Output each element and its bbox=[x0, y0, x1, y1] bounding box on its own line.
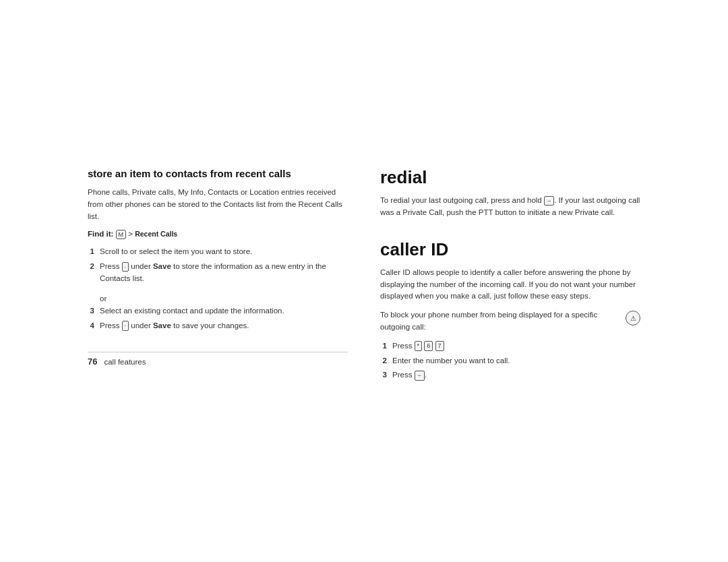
step-text: Enter the number you want to call. bbox=[392, 355, 640, 367]
step-text: Press −. bbox=[392, 369, 640, 381]
caller-id-title: caller ID bbox=[380, 239, 640, 260]
or-text: or bbox=[100, 294, 348, 303]
store-step-4: 4 Press · under Save to save your change… bbox=[88, 320, 348, 332]
store-step-1: 1 Scroll to or select the item you want … bbox=[88, 246, 348, 258]
step-text: Press · under Save to store the informat… bbox=[100, 261, 348, 285]
caller-id-steps: 1 Press * 6 7 2 Enter the number you wan… bbox=[380, 340, 640, 381]
footer-label: call features bbox=[104, 358, 146, 366]
find-it-label: Find it: bbox=[88, 230, 113, 238]
store-step-3: 3 Select an existing contact and update … bbox=[88, 305, 348, 317]
page-number: 76 bbox=[88, 356, 97, 367]
step-number: 3 bbox=[380, 369, 387, 381]
store-step-2: 2 Press · under Save to store the inform… bbox=[88, 261, 348, 285]
menu-key-icon: M bbox=[116, 230, 127, 240]
redial-title: redial bbox=[380, 167, 640, 188]
caller-id-step-2: 2 Enter the number you want to call. bbox=[380, 355, 640, 367]
step-number: 1 bbox=[380, 340, 387, 352]
caller-id-body: Caller ID allows people to identify a ca… bbox=[380, 267, 640, 303]
left-column: store an item to contacts from recent ca… bbox=[88, 167, 348, 367]
step-number: 2 bbox=[88, 261, 94, 285]
six-key-icon: 6 bbox=[424, 341, 433, 351]
caller-id-section: caller ID Caller ID allows people to ide… bbox=[380, 239, 640, 382]
block-intro-text: To block your phone number from being di… bbox=[380, 309, 621, 334]
soft-key-icon: · bbox=[122, 321, 129, 331]
caller-id-step-3: 3 Press −. bbox=[380, 369, 640, 381]
find-it-menu: Recent Calls bbox=[135, 230, 177, 238]
store-contacts-body: Phone calls, Private calls, My Info, Con… bbox=[88, 187, 348, 222]
store-steps-list-2: 3 Select an existing contact and update … bbox=[88, 305, 348, 332]
step-number: 1 bbox=[88, 246, 94, 258]
step-text: Press · under Save to save your changes. bbox=[100, 320, 348, 332]
send-key-icon: − bbox=[544, 196, 554, 206]
caller-id-step-1: 1 Press * 6 7 bbox=[380, 340, 640, 352]
page: store an item to contacts from recent ca… bbox=[74, 140, 654, 423]
redial-section: redial To redial your last outgoing call… bbox=[380, 167, 640, 219]
step-text: Scroll to or select the item you want to… bbox=[100, 246, 348, 258]
store-contacts-section: store an item to contacts from recent ca… bbox=[88, 167, 348, 332]
redial-body: To redial your last outgoing call, press… bbox=[380, 195, 640, 219]
step-text: Select an existing contact and update th… bbox=[100, 305, 348, 317]
star-key-icon: * bbox=[415, 341, 423, 351]
block-intro-container: To block your phone number from being di… bbox=[380, 309, 640, 334]
send-key-icon: − bbox=[415, 371, 425, 381]
step-text: Press * 6 7 bbox=[392, 340, 640, 352]
page-footer: 76 call features bbox=[88, 352, 348, 367]
block-caller-icon: ⚠ bbox=[626, 311, 640, 325]
store-steps-list: 1 Scroll to or select the item you want … bbox=[88, 246, 348, 284]
find-it: Find it: M > Recent Calls bbox=[88, 230, 348, 240]
step-number: 4 bbox=[88, 320, 94, 332]
seven-key-icon: 7 bbox=[435, 341, 444, 351]
step-number: 3 bbox=[88, 305, 94, 317]
step-number: 2 bbox=[380, 355, 387, 367]
soft-key-icon: · bbox=[122, 262, 129, 272]
store-contacts-title: store an item to contacts from recent ca… bbox=[88, 167, 348, 181]
right-column: redial To redial your last outgoing call… bbox=[380, 167, 640, 396]
